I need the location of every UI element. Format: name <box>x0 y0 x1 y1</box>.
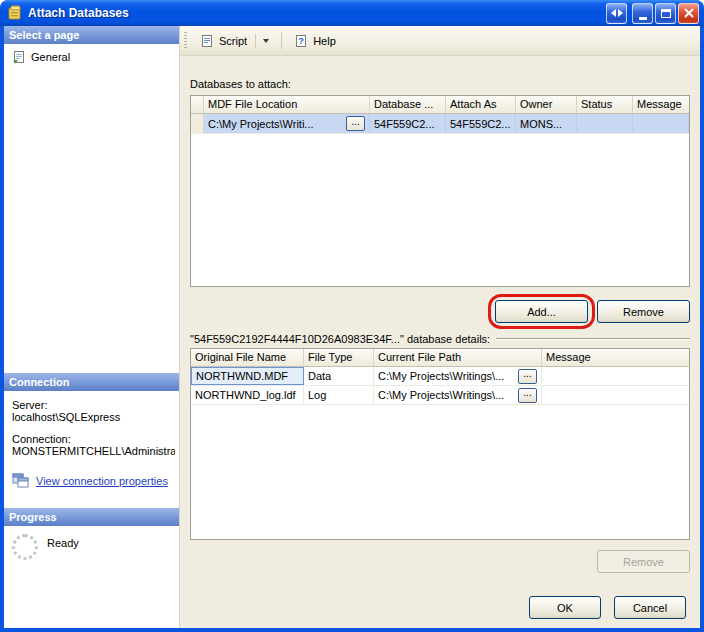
attach-databases-window: Attach Databases Select a page <box>0 0 704 632</box>
mdf-file-location-value: C:\My Projects\Writi... <box>208 118 314 130</box>
column-header-current-file-path[interactable]: Current File Path <box>374 349 542 366</box>
original-file-name-cell[interactable]: NORTHWND_log.ldf <box>191 386 304 404</box>
progress-panel: Ready <box>4 526 179 628</box>
maximize-icon <box>661 9 671 18</box>
minimize-icon <box>639 17 647 20</box>
databases-to-attach-label: Databases to attach: <box>190 78 700 90</box>
remove-button[interactable]: Remove <box>597 300 690 323</box>
general-page-icon <box>12 50 26 64</box>
details-remove-button[interactable]: Remove <box>597 550 690 573</box>
column-header-file-type[interactable]: File Type <box>304 349 374 366</box>
toolbar: Script ? Help <box>180 26 700 56</box>
window-controls <box>606 3 699 24</box>
row-selector-header <box>191 96 204 113</box>
select-a-page-header: Select a page <box>4 26 179 44</box>
progress-status: Ready <box>47 534 79 549</box>
divider <box>496 338 690 340</box>
grid-header-row: Original File Name File Type Current Fil… <box>191 349 689 367</box>
attach-as-cell[interactable]: 54F559C2... <box>446 114 516 133</box>
table-row[interactable]: NORTHWND.MDF Data C:\My Projects\Writing… <box>191 367 689 386</box>
current-file-path-value: C:\My Projects\Writings\... <box>378 370 504 382</box>
script-split-divider <box>255 34 256 48</box>
select-a-page-panel: General <box>4 44 179 373</box>
table-row[interactable]: NORTHWND_log.ldf Log C:\My Projects\Writ… <box>191 386 689 405</box>
context-arrows-button[interactable] <box>606 3 627 24</box>
column-header-owner[interactable]: Owner <box>516 96 577 113</box>
title-bar[interactable]: Attach Databases <box>0 0 704 26</box>
message-cell[interactable] <box>542 386 689 404</box>
connection-properties-icon <box>12 473 30 488</box>
toolbar-separator <box>281 32 282 49</box>
status-cell[interactable] <box>577 114 633 133</box>
connection-label: Connection: <box>12 433 175 445</box>
view-connection-properties-link[interactable]: View connection properties <box>36 475 168 487</box>
toolbar-gripper[interactable] <box>184 32 187 49</box>
current-file-path-cell[interactable]: C:\My Projects\Writings\... ... <box>374 367 542 385</box>
sidebar: Select a page General Connec <box>4 26 180 628</box>
sidebar-item-general[interactable]: General <box>10 49 173 65</box>
column-header-mdf-file-location[interactable]: MDF File Location <box>204 96 370 113</box>
browse-mdf-button[interactable]: ... <box>346 116 365 131</box>
ok-button[interactable]: OK <box>529 596 601 619</box>
column-header-message[interactable]: Message <box>633 96 689 113</box>
connection-header: Connection <box>4 373 179 391</box>
owner-cell[interactable]: MONS... <box>516 114 577 133</box>
close-icon <box>684 8 694 18</box>
add-button[interactable]: Add... <box>495 300 588 323</box>
script-label: Script <box>219 35 247 47</box>
original-file-name-cell[interactable]: NORTHWND.MDF <box>191 367 304 385</box>
sidebar-item-label: General <box>31 51 70 63</box>
connection-panel: Server: localhost\SQLExpress Connection:… <box>4 391 179 508</box>
browse-path-button[interactable]: ... <box>518 388 537 403</box>
database-details-label: "54F559C2192F4444F10D26A0983E34F..." dat… <box>190 333 490 345</box>
progress-spinner-icon <box>12 534 38 560</box>
mdf-file-location-cell[interactable]: C:\My Projects\Writi... ... <box>204 114 370 133</box>
script-button[interactable]: Script <box>193 30 276 52</box>
maximize-button[interactable] <box>655 3 676 24</box>
server-label: Server: <box>12 399 175 411</box>
script-dropdown-arrow-icon[interactable] <box>263 39 269 43</box>
connection-value: MONSTERMITCHELL\Administra <box>12 445 175 457</box>
main-panel: Script ? Help Databases to attach: <box>180 26 700 628</box>
column-header-database[interactable]: Database ... <box>370 96 446 113</box>
column-header-status[interactable]: Status <box>577 96 633 113</box>
minimize-button[interactable] <box>632 3 653 24</box>
column-header-original-file-name[interactable]: Original File Name <box>191 349 304 366</box>
help-label: Help <box>313 35 336 47</box>
file-type-cell[interactable]: Data <box>304 367 374 385</box>
window-icon <box>7 5 23 21</box>
database-cell[interactable]: 54F559C2... <box>370 114 446 133</box>
databases-to-attach-grid[interactable]: MDF File Location Database ... Attach As… <box>190 95 690 287</box>
cancel-button[interactable]: Cancel <box>614 596 686 619</box>
current-file-path-cell[interactable]: C:\My Projects\Writings\... ... <box>374 386 542 404</box>
database-details-caption: "54F559C2192F4444F10D26A0983E34F..." dat… <box>190 333 690 345</box>
attach-grid-buttons: Add... Remove <box>180 300 700 323</box>
svg-text:?: ? <box>298 36 304 46</box>
current-file-path-value: C:\My Projects\Writings\... <box>378 389 504 401</box>
script-icon <box>200 34 214 48</box>
column-header-message[interactable]: Message <box>542 349 689 366</box>
details-grid-buttons: Remove <box>180 550 700 573</box>
close-button[interactable] <box>678 3 699 24</box>
message-cell[interactable] <box>542 367 689 385</box>
server-value: localhost\SQLExpress <box>12 411 175 423</box>
file-type-cell[interactable]: Log <box>304 386 374 404</box>
column-header-attach-as[interactable]: Attach As <box>446 96 516 113</box>
grid-header-row: MDF File Location Database ... Attach As… <box>191 96 689 114</box>
dialog-footer-buttons: OK Cancel <box>529 596 686 619</box>
database-details-grid[interactable]: Original File Name File Type Current Fil… <box>190 348 690 540</box>
window-title: Attach Databases <box>28 6 606 20</box>
message-cell[interactable] <box>633 114 689 133</box>
row-selector-cell[interactable] <box>191 114 204 133</box>
progress-header: Progress <box>4 508 179 526</box>
browse-path-button[interactable]: ... <box>518 369 537 384</box>
table-row[interactable]: C:\My Projects\Writi... ... 54F559C2... … <box>191 114 689 134</box>
help-button[interactable]: ? Help <box>287 30 343 52</box>
help-icon: ? <box>294 34 308 48</box>
